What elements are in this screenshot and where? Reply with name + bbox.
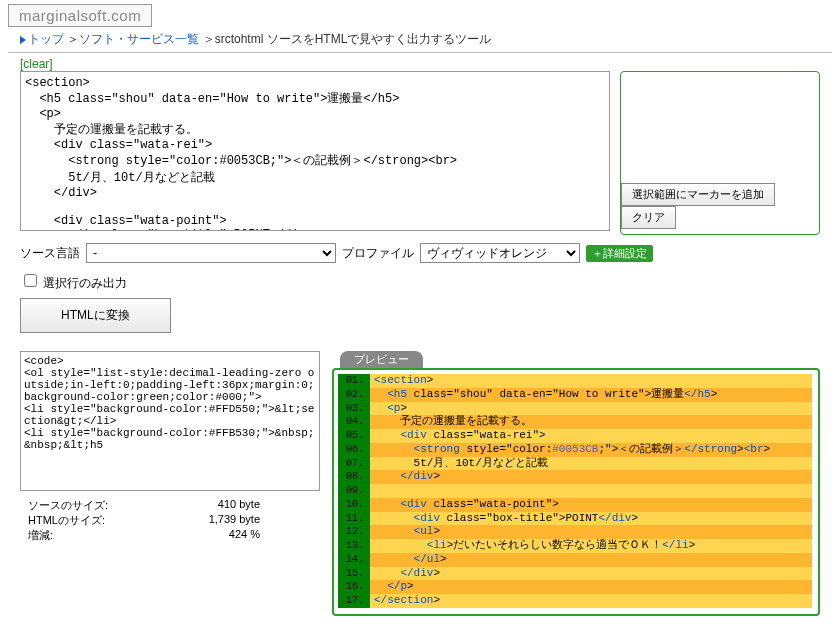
preview-box: <section> <h5 class="shou" data-en="How …: [332, 368, 820, 616]
breadcrumb-top[interactable]: トップ: [28, 32, 64, 46]
breadcrumb-current: srctohtml ソースをHTMLで見やすく出力するツール: [215, 32, 492, 46]
convert-button[interactable]: HTMLに変換: [20, 298, 171, 333]
breadcrumb: トップ ＞ソフト・サービス一覧 ＞srctohtml ソースをHTMLで見やすく…: [20, 31, 832, 48]
stat-ratio-value: 424 %: [140, 528, 260, 543]
marker-panel: 選択範囲にマーカーを追加 クリア: [620, 71, 820, 235]
preview-line: </div>: [370, 567, 812, 581]
output-textarea[interactable]: [20, 351, 320, 491]
profile-label: プロファイル: [342, 245, 414, 262]
preview-line: <li>だいたいそれらしい数字なら適当でＯＫ！</li>: [370, 539, 812, 553]
triangle-right-icon: [20, 36, 26, 44]
preview-line: </div>: [370, 470, 812, 484]
preview-line: <div class="box-title">POINT</div>: [370, 512, 812, 526]
selected-only-label[interactable]: 選択行のみ出力: [20, 276, 127, 290]
preview-line: <section>: [370, 374, 812, 388]
preview-line: <h5 class="shou" data-en="How to write">…: [370, 388, 812, 402]
preview-line: <ul>: [370, 525, 812, 539]
preview-line: <p>: [370, 402, 812, 416]
preview-line: </ul>: [370, 553, 812, 567]
preview-tab: プレビュー: [340, 351, 423, 368]
stat-src-label: ソースのサイズ:: [20, 498, 140, 513]
add-marker-button[interactable]: 選択範囲にマーカーを追加: [621, 183, 775, 206]
preview-line: [370, 484, 812, 498]
preview-line: <div class="wata-rei">: [370, 429, 812, 443]
breadcrumb-list[interactable]: ソフト・サービス一覧: [79, 32, 199, 46]
stat-html-label: HTMLのサイズ:: [20, 513, 140, 528]
preview-line: 5t/月、10t/月などと記載: [370, 457, 812, 471]
source-lang-label: ソース言語: [20, 245, 80, 262]
preview-line: </p>: [370, 580, 812, 594]
preview-line: </section>: [370, 594, 812, 608]
preview-code-list: <section> <h5 class="shou" data-en="How …: [338, 374, 812, 608]
preview-line: 予定の運搬量を記載する。: [370, 415, 812, 429]
selected-only-checkbox[interactable]: [24, 274, 37, 287]
clear-marker-button[interactable]: クリア: [621, 206, 676, 229]
source-textarea[interactable]: [20, 71, 610, 231]
stat-ratio-label: 増減:: [20, 528, 140, 543]
stat-src-value: 410 byte: [140, 498, 260, 513]
clear-link[interactable]: [clear]: [20, 57, 53, 71]
selected-only-text: 選択行のみ出力: [43, 276, 127, 290]
source-lang-select[interactable]: -: [86, 243, 336, 263]
stat-html-value: 1,739 byte: [140, 513, 260, 528]
profile-select[interactable]: ヴィヴィッドオレンジ: [420, 243, 580, 263]
detail-settings-badge[interactable]: ＋詳細設定: [586, 245, 653, 262]
site-logo[interactable]: marginalsoft.com: [8, 4, 152, 27]
preview-line: <div class="wata-point">: [370, 498, 812, 512]
preview-line: <strong style="color:#0053CB;">＜の記載例＞</s…: [370, 443, 812, 457]
stats-block: ソースのサイズ:410 byte HTMLのサイズ:1,739 byte 増減:…: [20, 498, 320, 543]
